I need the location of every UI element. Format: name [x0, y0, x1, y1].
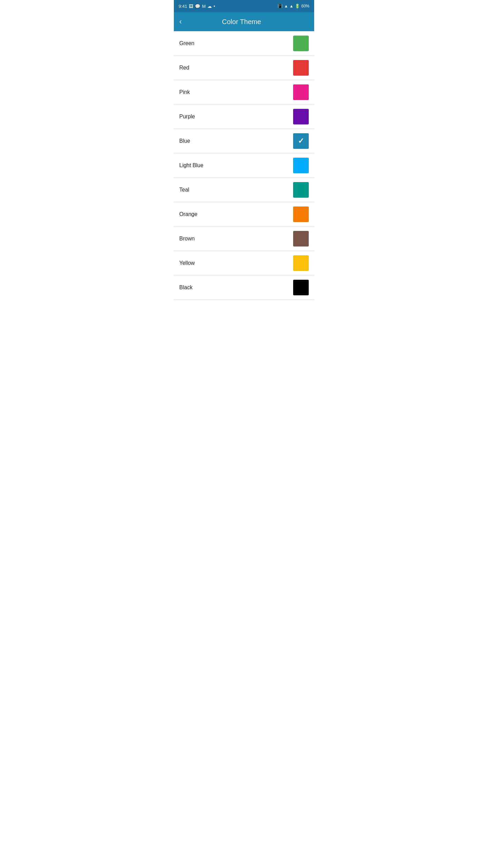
color-label-purple: Purple — [179, 114, 195, 120]
color-swatch-teal — [293, 182, 309, 198]
cloud-icon: ☁ — [207, 4, 212, 9]
color-swatch-black — [293, 280, 309, 295]
time-display: 9:41 — [179, 4, 187, 9]
color-label-yellow: Yellow — [179, 260, 195, 266]
color-label-teal: Teal — [179, 187, 189, 193]
checkmark-icon: ✓ — [298, 137, 304, 145]
color-item-brown[interactable]: Brown — [174, 226, 314, 251]
color-item-yellow[interactable]: Yellow — [174, 251, 314, 275]
status-bar: 9:41 🖼 💬 M ☁ • 📳 ▲ ▲ 🔋 60% — [174, 0, 314, 12]
color-item-orange[interactable]: Orange — [174, 202, 314, 226]
back-icon: ‹ — [179, 17, 182, 26]
color-label-blue: Blue — [179, 138, 190, 144]
gallery-icon: 🖼 — [189, 4, 193, 9]
color-label-orange: Orange — [179, 211, 197, 217]
color-swatch-purple — [293, 109, 309, 124]
page-title: Color Theme — [187, 18, 296, 26]
color-item-light-blue[interactable]: Light Blue — [174, 153, 314, 178]
color-theme-list: GreenRedPinkPurpleBlue✓Light BlueTealOra… — [174, 31, 314, 300]
dot-icon: • — [214, 4, 215, 9]
color-swatch-pink — [293, 84, 309, 100]
status-left: 9:41 🖼 💬 M ☁ • — [179, 4, 215, 9]
color-label-green: Green — [179, 40, 194, 46]
battery-percent: 60% — [301, 4, 309, 8]
color-label-pink: Pink — [179, 89, 190, 95]
color-label-red: Red — [179, 65, 189, 71]
whatsapp-icon: 💬 — [195, 4, 200, 9]
color-label-light-blue: Light Blue — [179, 162, 203, 169]
color-swatch-blue: ✓ — [293, 133, 309, 149]
color-item-black[interactable]: Black — [174, 275, 314, 300]
color-item-green[interactable]: Green — [174, 31, 314, 56]
color-item-blue[interactable]: Blue✓ — [174, 129, 314, 153]
signal-icon: ▲ — [289, 4, 293, 8]
gmail-icon: M — [202, 4, 206, 9]
color-swatch-yellow — [293, 255, 309, 271]
color-label-black: Black — [179, 284, 192, 291]
vibrate-icon: 📳 — [278, 4, 283, 8]
status-right: 📳 ▲ ▲ 🔋 60% — [278, 4, 309, 8]
wifi-icon: ▲ — [284, 4, 288, 8]
color-item-teal[interactable]: Teal — [174, 178, 314, 202]
color-swatch-green — [293, 36, 309, 51]
color-item-pink[interactable]: Pink — [174, 80, 314, 104]
battery-icon: 🔋 — [295, 4, 300, 8]
color-item-purple[interactable]: Purple — [174, 104, 314, 129]
color-swatch-light-blue — [293, 158, 309, 173]
app-header: ‹ Color Theme — [174, 12, 314, 31]
color-swatch-brown — [293, 231, 309, 246]
color-swatch-orange — [293, 206, 309, 222]
color-swatch-red — [293, 60, 309, 76]
back-button[interactable]: ‹ — [179, 17, 182, 26]
color-item-red[interactable]: Red — [174, 56, 314, 80]
color-label-brown: Brown — [179, 236, 195, 242]
